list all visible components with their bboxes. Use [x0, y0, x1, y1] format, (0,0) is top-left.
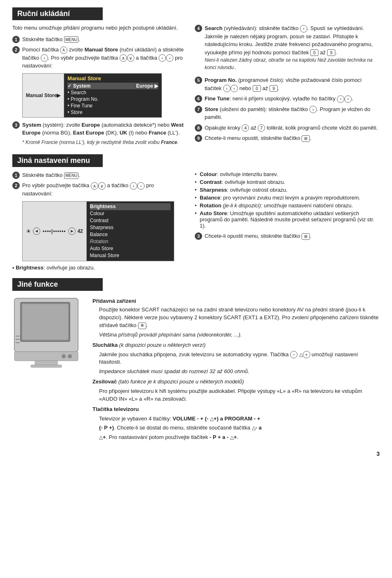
menu-item-system: ✓ System Europe ▶	[67, 83, 158, 89]
sluchatka-italic: Impedance sluchátek musí spadat do rozme…	[99, 368, 380, 376]
bullet-autostore: Auto Store: Umožňuje spuštění automatick…	[195, 210, 380, 229]
jna-step-num-2: 2	[12, 182, 20, 189]
brightness-value: 42	[77, 228, 83, 234]
up-icon-2: ∧	[120, 54, 127, 62]
jina-nastaveni-menu-box: ☀ ◄ ••••|•••••• ► 42 Brightness Colour C…	[22, 201, 174, 261]
menu2-right: Brightness Colour Contrast Sharpness Bal…	[87, 202, 174, 261]
down-icon-jna: ∨	[98, 182, 106, 190]
step-num-6: 6	[195, 95, 202, 102]
right-step-4: 4 Search (vyhledávání): stiskněte tlačít…	[195, 24, 380, 73]
ref-4: 4	[242, 124, 249, 132]
jina-nastaveni-left-col: 1 Stiskněte tlačítko MENU. 2 Pro výběr p…	[12, 171, 185, 271]
jna-step2-text: Pro výběr používejte tlačítka ∧∨ a tlačí…	[22, 182, 154, 197]
pridavna-italic: Většina přístrojů provádí přepínání sama…	[99, 331, 380, 339]
step-num-3: 3	[12, 121, 20, 129]
manual-store-intro: Toto menu umožňuje přidání programu nebo…	[12, 24, 185, 32]
right-icon-1: ›	[41, 54, 48, 62]
m2-balance: Balance	[90, 231, 171, 238]
step-num-5: 5	[195, 77, 202, 84]
step-1: 1 Stiskněte tlačítko MENU.	[12, 35, 185, 44]
right-btn-6: ›	[344, 95, 352, 103]
sluchatka-section: Sluchátka (k dispozici pouze u některých…	[92, 341, 380, 376]
step4-text: (vyhledávání): stiskněte tlačítko ›. Spu…	[205, 25, 373, 56]
btn-0-2: 0	[253, 85, 261, 92]
menu-item-programno: • Program No.	[67, 96, 158, 102]
menu-item-finetune: • Fine Tune	[67, 102, 158, 109]
brightness-right-btn: ►	[68, 227, 76, 235]
m2-contrast: Contrast	[90, 217, 171, 224]
jna-step-num-3: 3	[195, 232, 202, 240]
step8-text: Opakujte kroky 4 až 7 tolikrát, kolik pr…	[205, 125, 378, 131]
menu-box-right: Manual Store ✓ System Europe ▶ • Search …	[64, 74, 161, 117]
brightness-ctrl: ◄ ••••|•••••• ►	[33, 227, 76, 235]
menu-box-left: Manual Store ▶	[23, 74, 64, 117]
step9-text: Chcete-li menu opustit, stiskněte tlačít…	[205, 135, 311, 141]
svg-point-5	[62, 354, 66, 358]
page-number: 3	[12, 450, 380, 457]
btn-9-2: 9	[270, 85, 278, 92]
jine-text-col: Přídavná zařízení Použijte konektor SCAR…	[92, 295, 380, 443]
menu-btn-2: MENU	[64, 172, 78, 179]
step4-note: Není-li nalezen žádný obraz, obraťte se …	[205, 56, 380, 71]
step-3: 3 System (systém): zvolte Europe (automa…	[12, 121, 185, 137]
right-step-9: 9 Chcete-li menu opustit, stiskněte tlač…	[195, 134, 380, 142]
tlacitka-text2: (- P +). Chcete-li se dostat do menu, st…	[99, 424, 380, 432]
step1-text: Stiskněte tlačítko MENU.	[22, 36, 80, 42]
btn-9: 9	[327, 49, 335, 56]
ext-btn: ⊕	[138, 323, 146, 329]
zesilova-section: Zesilovač (tato funkce je k dispozici po…	[92, 378, 380, 403]
svg-rect-7	[31, 365, 62, 367]
pridavna-section: Přídavná zařízení Použijte konektor SCAR…	[92, 297, 380, 339]
brightness-note: • Brightness: ovlivňuje jas obrazu.	[12, 265, 185, 271]
m2-colour: Colour	[90, 210, 171, 217]
brightness-icon: ☀	[26, 228, 31, 234]
left-icon-2: ‹	[159, 54, 166, 62]
step7-text: (uložení do paměti): stiskněte tlačítko …	[205, 106, 370, 121]
tv-illustration	[12, 295, 80, 373]
tv-image-col	[12, 295, 84, 443]
left-btn-6: ‹	[337, 95, 344, 103]
brightness-dots: ••••|••••••	[43, 228, 66, 234]
step6-text: : není-li příjem uspokojivý, vylaďte ho …	[229, 95, 353, 102]
menu-item-search: • Search	[67, 89, 158, 96]
step3-note: * Kromě Francie (norma LL'), kdy je nezb…	[22, 139, 185, 145]
tv-btn-jna: ⊞	[302, 233, 310, 240]
m2-brightness: Brightness	[90, 203, 171, 210]
jna-step-3: 3 Chcete-li opustit menu, stiskněte tlač…	[195, 232, 380, 240]
search-label: Search	[205, 25, 222, 31]
menu2-left: ☀ ◄ ••••|•••••• ► 42	[23, 202, 87, 261]
jna-step-1: 1 Stiskněte tlačítko MENU.	[12, 171, 185, 179]
step-num-7: 7	[195, 106, 202, 113]
sluchatka-title: Sluchátka (k dispozici pouze u některých…	[92, 341, 380, 349]
menu-item-store: • Store	[67, 109, 158, 116]
right-step-6: 6 Fine Tune: není-li příjem uspokojivý, …	[195, 95, 380, 103]
step2-text: Pomocí tlačítka ∧ zvolte Manual Store (r…	[22, 46, 184, 69]
bullet-rotation: Rotation (je-li k dispozici): umožňuje n…	[195, 202, 380, 209]
menu-left-label: Manual Store	[26, 93, 57, 98]
menu-system-label: ✓ System	[67, 83, 90, 89]
m2-manualstore: Manual Store	[90, 252, 171, 259]
step-2: 2 Pomocí tlačítka ∧ zvolte Manual Store …	[12, 46, 185, 70]
ref-7: 7	[258, 124, 265, 132]
jine-funkce-header: Jiné funkce	[12, 278, 103, 291]
programno-label: Program No.	[205, 77, 237, 83]
jina-nastaveni-section: Jiná nastavení menu 1 Stiskněte tlačítko…	[12, 154, 380, 271]
plus-btn: +	[303, 351, 310, 358]
right-btn-7: ›	[309, 106, 317, 113]
menu-arrow-right: ▶	[57, 93, 60, 98]
step-num-1: 1	[12, 36, 20, 43]
minus-btn: −	[290, 351, 297, 358]
manual-store-right-col: 4 Search (vyhledávání): stiskněte tlačít…	[195, 24, 380, 147]
right-step-7: 7 Store (uložení do paměti): stiskněte t…	[195, 105, 380, 121]
step-num-9: 9	[195, 135, 202, 142]
up-icon-jna: ∧	[91, 182, 98, 190]
menu-system-value: Europe ▶	[136, 83, 158, 89]
sluchatka-text1: Jakmile jsou sluchátka připojena, zvuk t…	[99, 351, 380, 367]
manual-store-section: Ruční ukládání Toto menu umožňuje přidán…	[12, 7, 380, 147]
zesilova-text1: Pro připojení televizoru k hifi systému …	[99, 388, 380, 403]
jna-step-num-1: 1	[12, 172, 20, 179]
m2-sharpness: Sharpness	[90, 224, 171, 231]
left-icon-jna: ‹	[130, 182, 137, 190]
svg-point-4	[68, 354, 72, 358]
right-step-5: 5 Program No. (programové číslo): vložte…	[195, 76, 380, 92]
